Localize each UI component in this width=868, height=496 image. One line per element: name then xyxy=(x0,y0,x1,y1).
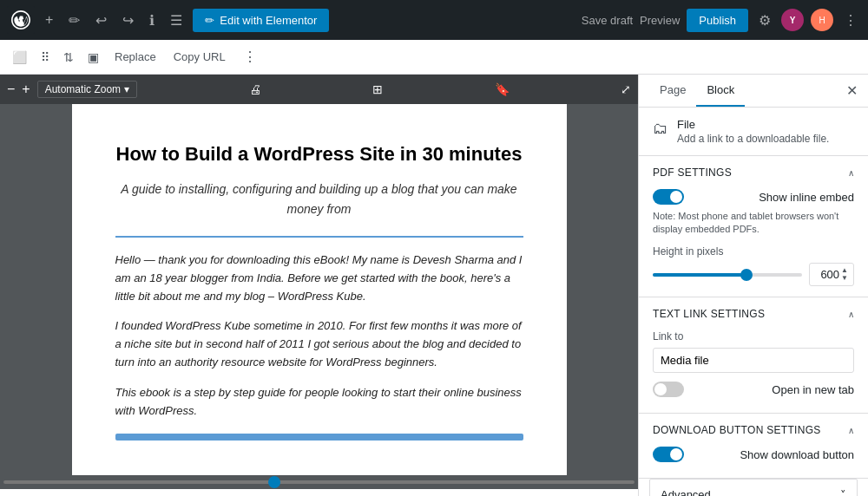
pdf-title: How to Build a WordPress Site in 30 minu… xyxy=(115,139,523,169)
pdf-scrollbar-thumb[interactable] xyxy=(268,476,280,488)
height-label: Height in pixels xyxy=(653,245,854,258)
text-link-settings-header[interactable]: Text link settings ∧ xyxy=(653,308,854,320)
show-inline-embed-label: Show inline embed xyxy=(759,191,854,204)
pdf-document: How to Build a WordPress Site in 30 minu… xyxy=(72,104,567,475)
file-label: File xyxy=(677,118,829,131)
height-arrow-down-icon[interactable]: ▼ xyxy=(841,275,848,283)
advanced-section: Advanced ˅ xyxy=(639,479,868,496)
download-button-chevron-icon: ∧ xyxy=(848,426,854,435)
download-button-settings-section: Download button settings ∧ Show download… xyxy=(639,414,868,479)
add-button[interactable]: + xyxy=(40,9,58,31)
replace-button[interactable]: Replace xyxy=(108,47,163,67)
save-draft-button[interactable]: Save draft xyxy=(582,14,633,27)
link-to-row: Link to Media file xyxy=(653,330,854,373)
pdf-divider xyxy=(115,236,523,238)
settings-button[interactable]: ⚙ xyxy=(755,9,774,32)
show-inline-embed-toggle[interactable] xyxy=(653,189,684,205)
pdf-scrollbar[interactable] xyxy=(0,475,638,489)
pdf-settings-title: PDF settings xyxy=(653,166,732,179)
file-details: File Add a link to a downloadable file. xyxy=(677,118,829,145)
pdf-body-1: Hello — thank you for downloading this e… xyxy=(115,251,523,305)
publish-button[interactable]: Publish xyxy=(687,9,748,32)
pdf-bottom-bar xyxy=(115,434,523,441)
editor-wrapper: − + Automatic Zoom ▾ 🖨 ⊞ 🔖 ⤢ How to Buil… xyxy=(0,75,638,496)
block-more-options-button[interactable]: ⋮ xyxy=(236,45,264,69)
open-new-tab-label: Open in new tab xyxy=(772,383,854,396)
pdf-body-2: I founded WordPress Kube sometime in 201… xyxy=(115,317,523,371)
main-content: − + Automatic Zoom ▾ 🖨 ⊞ 🔖 ⤢ How to Buil… xyxy=(0,75,868,496)
pdf-bookmark-button[interactable]: 🔖 xyxy=(495,82,510,96)
below-pdf-area: launch-wordpress-blog Download There are… xyxy=(0,489,638,496)
wordpress-icon xyxy=(11,10,30,29)
height-number-input[interactable]: 600 ▲ ▼ xyxy=(809,263,854,287)
redo-button[interactable]: ↪ xyxy=(117,9,139,32)
page-icon-button[interactable]: ⬜ xyxy=(7,47,32,68)
tab-block[interactable]: Block xyxy=(696,75,745,107)
pdf-toolbar: − + Automatic Zoom ▾ 🖨 ⊞ 🔖 ⤢ xyxy=(0,75,638,104)
file-folder-icon: 🗂 xyxy=(653,120,668,138)
pdf-print-button[interactable]: 🖨 xyxy=(249,82,261,96)
pdf-settings-section: PDF settings ∧ Show inline embed Note: M… xyxy=(639,156,868,297)
file-section: 🗂 File Add a link to a downloadable file… xyxy=(639,108,868,156)
more-options-button[interactable]: ⋮ xyxy=(840,9,861,32)
text-link-settings-title: Text link settings xyxy=(653,308,765,320)
advanced-header[interactable]: Advanced ˅ xyxy=(649,479,858,496)
height-slider-fill xyxy=(653,273,742,277)
pdf-body-3: This ebook is a step by step guide for p… xyxy=(115,384,523,421)
hubspot-badge[interactable]: H xyxy=(811,9,833,31)
file-description: Add a link to a downloadable file. xyxy=(677,133,829,145)
pdf-folder-button[interactable]: ⊞ xyxy=(372,82,383,96)
file-info: 🗂 File Add a link to a downloadable file… xyxy=(653,118,854,145)
link-to-select[interactable]: Media file xyxy=(653,348,854,373)
pdf-zoom-in-button[interactable]: + xyxy=(22,82,30,97)
right-panel: Page Block ✕ 🗂 File Add a link to a down… xyxy=(638,75,868,496)
list-button[interactable]: ☰ xyxy=(165,9,187,32)
download-button-settings-header[interactable]: Download button settings ∧ xyxy=(653,424,854,436)
editor-area: − + Automatic Zoom ▾ 🖨 ⊞ 🔖 ⤢ How to Buil… xyxy=(0,75,638,496)
undo-button[interactable]: ↩ xyxy=(90,9,112,32)
height-value: 600 xyxy=(815,268,839,281)
top-toolbar: + ✏ ↩ ↪ ℹ ☰ ✏ Edit with Elementor Save d… xyxy=(0,0,868,40)
link-to-dropdown[interactable]: Media file xyxy=(661,354,846,367)
tab-page[interactable]: Page xyxy=(649,75,696,107)
edit-elementor-pencil-icon: ✏ xyxy=(205,14,214,27)
yoast-badge[interactable]: Y xyxy=(781,9,804,31)
height-number-arrows[interactable]: ▲ ▼ xyxy=(841,267,848,283)
show-inline-embed-row: Show inline embed xyxy=(653,189,854,205)
open-new-tab-toggle[interactable] xyxy=(653,382,684,397)
panel-close-button[interactable]: ✕ xyxy=(846,82,858,99)
pdf-zoom-label: Automatic Zoom xyxy=(45,83,121,95)
pdf-expand-button[interactable]: ⤢ xyxy=(621,82,631,96)
show-download-button-row: Show download button xyxy=(653,447,854,462)
drag-handle-button[interactable]: ⠿ xyxy=(36,47,55,68)
text-link-settings-section: Text link settings ∧ Link to Media file … xyxy=(639,297,868,414)
pdf-viewer: − + Automatic Zoom ▾ 🖨 ⊞ 🔖 ⤢ How to Buil… xyxy=(0,75,638,489)
pdf-zoom-selector[interactable]: Automatic Zoom ▾ xyxy=(37,81,137,98)
height-slider-row: 600 ▲ ▼ xyxy=(653,263,854,287)
panel-header: Page Block ✕ xyxy=(639,75,868,108)
pdf-scrollbar-track[interactable] xyxy=(3,480,635,484)
layout-button[interactable]: ▣ xyxy=(82,47,104,68)
pdf-settings-chevron-icon: ∧ xyxy=(848,168,854,178)
show-download-button-label: Show download button xyxy=(740,448,854,461)
text-link-chevron-icon: ∧ xyxy=(848,310,854,319)
pdf-settings-header[interactable]: PDF settings ∧ xyxy=(653,166,854,179)
link-to-label: Link to xyxy=(653,330,854,343)
pdf-note: Note: Most phone and tablet browsers won… xyxy=(653,210,854,237)
info-button[interactable]: ℹ xyxy=(144,9,160,32)
pen-button[interactable]: ✏ xyxy=(63,9,85,32)
height-slider-track[interactable] xyxy=(653,273,802,277)
preview-button[interactable]: Preview xyxy=(640,14,680,27)
show-download-toggle[interactable] xyxy=(653,447,684,462)
open-new-tab-row: Open in new tab xyxy=(653,382,854,397)
move-button[interactable]: ⇅ xyxy=(58,47,79,68)
copy-url-button[interactable]: Copy URL xyxy=(167,47,233,67)
toolbar-right: Save draft Preview Publish ⚙ Y H ⋮ xyxy=(582,9,861,32)
height-slider-thumb[interactable] xyxy=(740,269,753,281)
download-button-settings-title: Download button settings xyxy=(653,424,821,436)
pdf-zoom-out-button[interactable]: − xyxy=(7,82,15,97)
wp-logo xyxy=(7,6,35,34)
edit-elementor-button[interactable]: ✏ Edit with Elementor xyxy=(193,9,329,32)
advanced-chevron-icon: ˅ xyxy=(840,488,846,496)
edit-elementor-label: Edit with Elementor xyxy=(220,14,317,27)
